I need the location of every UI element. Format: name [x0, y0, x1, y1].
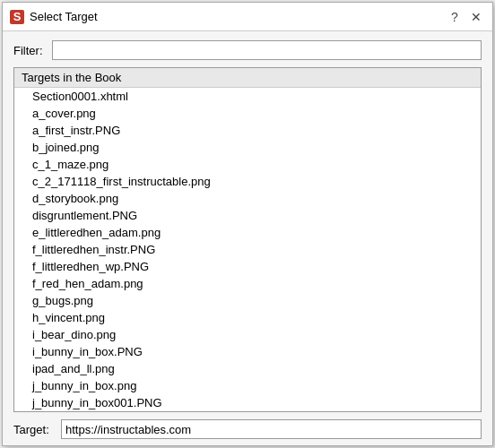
list-item[interactable]: g_bugs.png [14, 292, 481, 309]
app-icon: S [10, 10, 24, 24]
dialog-title: Select Target [30, 10, 98, 23]
title-bar: S Select Target ? ✕ [3, 3, 492, 31]
list-header: Targets in the Book [14, 68, 481, 88]
app-icon-label: S [13, 10, 22, 23]
title-bar-left: S Select Target [10, 10, 98, 24]
help-button[interactable]: ? [446, 8, 464, 26]
list-item[interactable]: i_bear_dino.png [14, 326, 481, 343]
target-input[interactable] [61, 419, 482, 439]
list-item[interactable]: a_cover.png [14, 105, 481, 122]
list-item[interactable]: j_bunny_in_box001.PNG [14, 394, 481, 411]
list-item[interactable]: e_littleredhen_adam.png [14, 224, 481, 241]
list-item[interactable]: disgruntlement.PNG [14, 207, 481, 224]
dialog-body: Filter: Targets in the Book Section0001.… [3, 31, 492, 448]
list-item[interactable]: c_2_171118_first_instructable.png [14, 173, 481, 190]
list-item[interactable]: d_storybook.png [14, 190, 481, 207]
list-container: Targets in the Book Section0001.xhtmla_c… [13, 67, 482, 412]
list-item[interactable]: i_bunny_in_box.PNG [14, 343, 481, 360]
list-item[interactable]: f_littleredhen_wp.PNG [14, 258, 481, 275]
target-row: Target: [13, 419, 482, 439]
list-item[interactable]: h_vincent.png [14, 309, 481, 326]
list-item[interactable]: ipad_and_ll.png [14, 360, 481, 377]
list-item[interactable]: b_joined.png [14, 139, 481, 156]
list-item[interactable]: a_first_instr.PNG [14, 122, 481, 139]
filter-input[interactable] [52, 40, 482, 60]
select-target-dialog: S Select Target ? ✕ Filter: Targets in t… [2, 2, 493, 446]
target-label: Target: [13, 423, 54, 436]
list-item[interactable]: c_1_maze.png [14, 156, 481, 173]
list-item[interactable]: f_red_hen_adam.png [14, 275, 481, 292]
close-button[interactable]: ✕ [467, 8, 485, 26]
title-bar-controls: ? ✕ [446, 8, 485, 26]
list-item[interactable]: f_littleredhen_instr.PNG [14, 241, 481, 258]
list-item[interactable]: Section0001.xhtml [14, 88, 481, 105]
filter-label: Filter: [13, 44, 45, 57]
list-item[interactable]: j_bunny_in_box.png [14, 377, 481, 394]
list-scroll[interactable]: Section0001.xhtmla_cover.pnga_first_inst… [14, 88, 481, 411]
filter-row: Filter: [13, 40, 482, 60]
